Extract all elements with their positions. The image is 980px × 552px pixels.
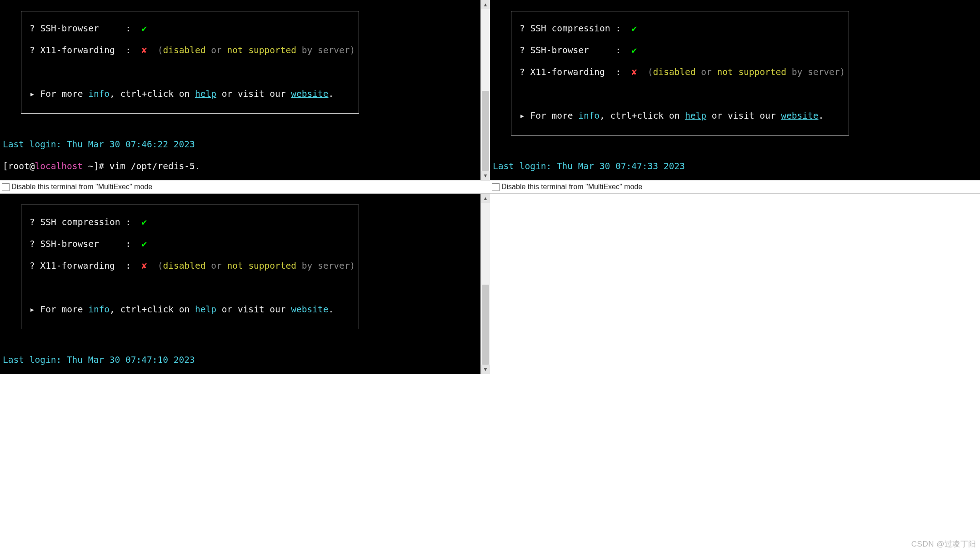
help-link[interactable]: help bbox=[195, 304, 216, 315]
motd-box: ? SSH-browser : ✔ ? X11-forwarding : ✘ (… bbox=[21, 11, 359, 114]
cross-icon: ✘ bbox=[142, 261, 147, 271]
scroll-thumb[interactable] bbox=[482, 285, 489, 365]
multiexec-footer: Disable this terminal from "MultiExec" m… bbox=[490, 180, 980, 194]
last-login: Last login: Thu Mar 30 07:47:33 2023 bbox=[493, 161, 685, 171]
disable-multiexec-checkbox[interactable] bbox=[492, 183, 500, 191]
disable-multiexec-checkbox[interactable] bbox=[2, 183, 10, 191]
terminal-3[interactable]: ? SSH compression : ✔ ? SSH-browser : ✔ … bbox=[0, 194, 480, 374]
motd-ssh-compression: ? SSH compression : bbox=[30, 217, 131, 227]
scroll-thumb[interactable] bbox=[482, 91, 489, 171]
motd-x11: ? X11-forwarding : bbox=[30, 45, 131, 55]
scrollbar[interactable]: ▲ ▼ bbox=[480, 0, 490, 180]
cross-icon: ✘ bbox=[142, 45, 147, 55]
check-icon: ✔ bbox=[632, 45, 637, 55]
check-icon: ✔ bbox=[632, 23, 637, 34]
motd-box: ? SSH compression : ✔ ? SSH-browser : ✔ … bbox=[21, 205, 359, 329]
website-link[interactable]: website bbox=[781, 110, 818, 121]
multiexec-footer: Disable this terminal from "MultiExec" m… bbox=[0, 180, 490, 194]
motd-ssh-compression: ? SSH compression : bbox=[520, 23, 621, 34]
cmd-vim: vim /opt/redis-5. bbox=[104, 161, 200, 171]
cross-icon: ✘ bbox=[632, 67, 637, 77]
empty-pane: CSDN @过凌丁阳 bbox=[490, 194, 980, 552]
scrollbar[interactable]: ▲ ▼ bbox=[480, 194, 490, 374]
last-login: Last login: Thu Mar 30 07:47:10 2023 bbox=[3, 355, 195, 365]
motd-ssh-browser: ? SSH-browser : bbox=[520, 45, 621, 55]
check-icon: ✔ bbox=[142, 217, 147, 227]
terminal-1[interactable]: ? SSH-browser : ✔ ? X11-forwarding : ✘ (… bbox=[0, 0, 480, 180]
scroll-down-icon[interactable]: ▼ bbox=[481, 365, 490, 374]
scroll-up-icon[interactable]: ▲ bbox=[481, 0, 490, 9]
footer-label: Disable this terminal from "MultiExec" m… bbox=[501, 183, 642, 191]
help-link[interactable]: help bbox=[195, 89, 216, 99]
motd-ssh-browser: ? SSH-browser : bbox=[30, 23, 131, 34]
watermark: CSDN @过凌丁阳 bbox=[911, 539, 976, 549]
help-link[interactable]: help bbox=[685, 110, 706, 121]
website-link[interactable]: website bbox=[291, 89, 328, 99]
footer-label: Disable this terminal from "MultiExec" m… bbox=[11, 183, 152, 191]
motd-ssh-browser: ? SSH-browser : bbox=[30, 239, 131, 249]
last-login: Last login: Thu Mar 30 07:46:22 2023 bbox=[3, 139, 195, 150]
terminal-2[interactable]: ? SSH compression : ✔ ? SSH-browser : ✔ … bbox=[490, 0, 980, 180]
check-icon: ✔ bbox=[142, 239, 147, 249]
motd-x11: ? X11-forwarding : bbox=[520, 67, 621, 77]
motd-box: ? SSH compression : ✔ ? SSH-browser : ✔ … bbox=[511, 11, 849, 135]
scroll-up-icon[interactable]: ▲ bbox=[481, 194, 490, 203]
website-link[interactable]: website bbox=[291, 304, 328, 315]
scroll-down-icon[interactable]: ▼ bbox=[481, 171, 490, 180]
motd-x11: ? X11-forwarding : bbox=[30, 261, 131, 271]
check-icon: ✔ bbox=[142, 23, 147, 34]
